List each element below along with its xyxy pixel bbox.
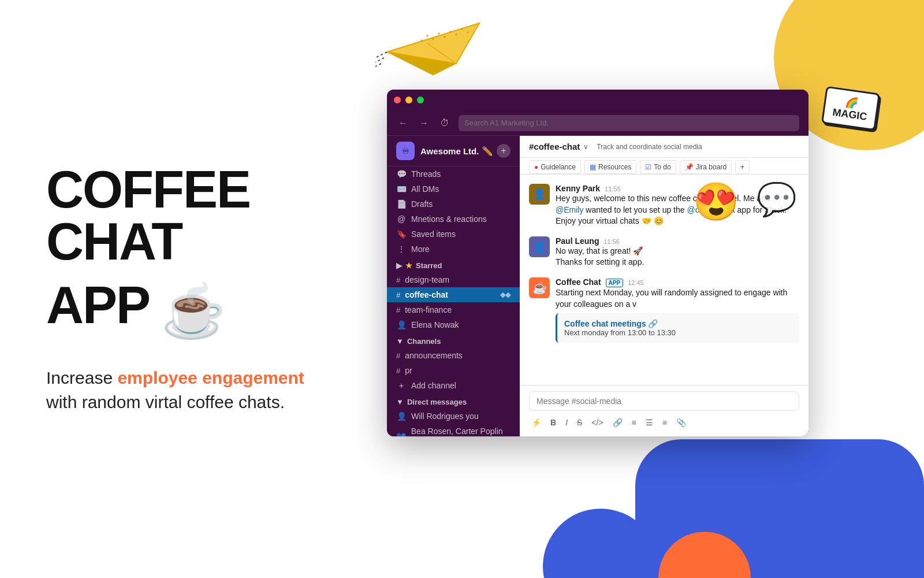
guidelance-icon: ● <box>534 163 538 171</box>
bold-button[interactable]: B <box>548 417 558 428</box>
search-input[interactable] <box>459 115 799 131</box>
channel-area: #coffee-chat ∨ Track and coordinate soci… <box>520 136 808 436</box>
svg-point-11 <box>449 31 452 33</box>
more-label: More <box>411 244 430 254</box>
coffee-meetings-title: Coffee chat meetings 🔗 <box>564 319 792 328</box>
threads-icon: 💬 <box>396 169 407 179</box>
sidebar-item-pr[interactable]: # pr <box>387 363 520 378</box>
sidebar-item-drafts[interactable]: 📄 Drafts <box>387 197 520 212</box>
dm-label: Direct messages <box>407 398 467 406</box>
tab-resources[interactable]: ▦ Resources <box>584 160 636 174</box>
drafts-label: Drafts <box>411 199 433 209</box>
sidebar-item-mentions[interactable]: @ Mnetions & reactions <box>387 212 520 227</box>
will-label: Will Rodrigues you <box>411 412 479 421</box>
message-coffeechat: ☕ Coffee Chat APP 12:45 Starting next Mo… <box>529 277 799 343</box>
emily-mention[interactable]: @Emily <box>556 205 583 214</box>
nav-history-button[interactable]: ⏱ <box>438 116 452 131</box>
guidelance-label: Guidelance <box>541 163 576 171</box>
svg-point-8 <box>432 38 434 40</box>
sidebar-item-bea[interactable]: 👥 Bea Rosen, Carter Poplin ... <box>387 424 520 436</box>
starred-section-header[interactable]: ▶ ★ Starred <box>387 257 520 272</box>
sidebar-item-team-finance[interactable]: # team-finance <box>387 302 520 317</box>
sidebar-item-elena[interactable]: 👤 Elena Nowak <box>387 317 520 332</box>
workspace-icon: ♾ <box>396 142 415 160</box>
traffic-light-green[interactable] <box>417 97 424 103</box>
kenny-time: 11:55 <box>605 186 621 192</box>
channels-section-header[interactable]: ▼ Channels <box>387 332 520 348</box>
add-channel-icon: + <box>396 381 407 390</box>
bea-label: Bea Rosen, Carter Poplin ... <box>411 427 511 436</box>
nav-back-button[interactable]: ← <box>396 116 410 131</box>
tab-todo[interactable]: ☑ To do <box>640 160 676 174</box>
hash-icon-pr: # <box>396 366 400 375</box>
tab-jira[interactable]: 📌 Jira board <box>680 160 732 174</box>
jira-icon: 📌 <box>685 163 694 171</box>
sidebar-item-alldms[interactable]: ✉️ All DMs <box>387 181 520 197</box>
traffic-light-red[interactable] <box>394 97 401 103</box>
sidebar-item-design-team[interactable]: # design-team <box>387 272 520 287</box>
strikethrough-button[interactable]: S <box>575 417 584 428</box>
coffeechat-time: 12:45 <box>628 279 644 286</box>
sidebar-item-add-channel[interactable]: + Add channel <box>387 378 520 393</box>
paul-author: Paul Leung <box>556 236 599 246</box>
nav-forward-button[interactable]: → <box>417 116 431 131</box>
new-message-button[interactable]: + <box>497 144 511 158</box>
channel-name: #coffee-chat <box>529 142 580 151</box>
coffee-chat-card: Coffee chat meetings 🔗 Next monday from … <box>556 313 799 343</box>
paul-time: 11:56 <box>603 238 620 245</box>
alldms-label: All DMs <box>411 184 439 194</box>
italic-button[interactable]: I <box>563 417 570 428</box>
kenny-avatar-img: 👤 <box>533 188 546 201</box>
sidebar-item-threads[interactable]: 💬 Threads <box>387 166 520 181</box>
elena-label: Elena Nowak <box>411 320 459 329</box>
bea-avatar-icon: 👥 <box>396 431 407 436</box>
paul-msg-content: Paul Leung 11:56 No way, that is great! … <box>556 236 644 268</box>
attachment-button[interactable]: 📎 <box>674 417 688 428</box>
hash-icon-design: # <box>396 276 400 284</box>
kenny-avatar: 👤 <box>529 184 550 205</box>
paul-avatar: 👤 <box>529 236 550 257</box>
subtitle-prefix: Increase <box>46 368 117 387</box>
link-button[interactable]: 🔗 <box>610 417 625 428</box>
active-indicator: ◆◆ <box>500 291 511 299</box>
tab-guidelance[interactable]: ● Guidelance <box>529 160 581 174</box>
dm-section-header[interactable]: ▼ Direct messages <box>387 393 520 409</box>
channel-header: #coffee-chat ∨ Track and coordinate soci… <box>520 136 808 158</box>
resources-icon: ▦ <box>590 163 596 171</box>
indent-button[interactable]: ≡ <box>660 417 669 428</box>
paper-plane-decoration <box>375 12 491 95</box>
app-badge: APP <box>606 279 624 287</box>
svg-line-5 <box>375 64 381 69</box>
nav-bar: ← → ⏱ <box>387 110 808 136</box>
unordered-list-button[interactable]: ☰ <box>643 417 655 428</box>
sidebar-item-will[interactable]: 👤 Will Rodrigues you <box>387 409 520 424</box>
dm-caret-icon: ▼ <box>396 398 404 406</box>
svg-line-3 <box>375 52 387 58</box>
todo-icon: ☑ <box>645 163 651 171</box>
svg-point-9 <box>438 32 440 35</box>
saved-label: Saved items <box>411 229 456 239</box>
sidebar-item-saved[interactable]: 🔖 Saved items <box>387 227 520 242</box>
will-avatar-icon: 👤 <box>396 412 407 421</box>
lightning-button[interactable]: ⚡ <box>529 417 543 428</box>
announcements-label: announcements <box>405 351 463 360</box>
sidebar-item-more[interactable]: ⋮ More <box>387 242 520 257</box>
channel-caret[interactable]: ∨ <box>583 143 588 151</box>
ordered-list-button[interactable]: ≡ <box>629 417 639 428</box>
emoji-stickers: 😍 💬 <box>693 180 797 224</box>
message-input-area: ⚡ B I S </> 🔗 ≡ ☰ ≡ 📎 <box>520 385 808 436</box>
workspace-header: ♾ Awesome Ltd. ✏️ + <box>387 136 520 166</box>
edit-icon: ✏️ <box>482 146 493 157</box>
message-input[interactable] <box>529 391 799 411</box>
coffee-meetings-time: Next monday from 13:00 to 13:30 <box>564 328 792 337</box>
sidebar-item-coffee-chat[interactable]: # coffee-chat ◆◆ <box>387 287 520 302</box>
sidebar-item-announcements[interactable]: # announcements <box>387 348 520 363</box>
subtitle-suffix: with random virtal coffee chats. <box>46 392 285 412</box>
coffee-cup-emoji: ☕ <box>161 281 226 342</box>
workspace-name: Awesome Ltd. <box>420 146 479 156</box>
traffic-light-yellow[interactable] <box>405 97 412 103</box>
code-button[interactable]: </> <box>589 417 605 428</box>
subtitle: Increase employee engagement with random… <box>46 366 335 414</box>
tab-add[interactable]: + <box>735 160 750 174</box>
paul-avatar-img: 👤 <box>533 240 546 253</box>
